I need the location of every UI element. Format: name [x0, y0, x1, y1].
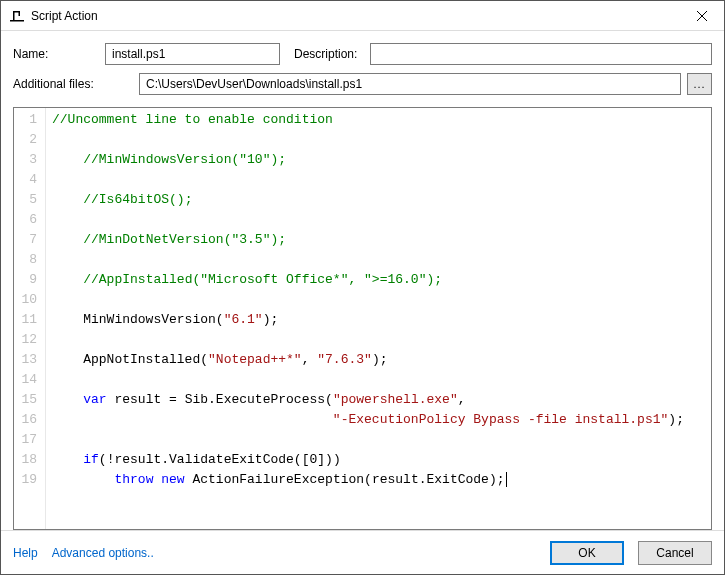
name-label: Name:	[13, 47, 99, 61]
description-input[interactable]	[370, 43, 712, 65]
svg-rect-3	[19, 11, 21, 16]
title-bar: Script Action	[1, 1, 724, 31]
window-title: Script Action	[31, 9, 98, 23]
advanced-options-link[interactable]: Advanced options..	[52, 546, 154, 560]
row-name-desc: Name: Description:	[13, 43, 712, 65]
name-input[interactable]	[105, 43, 280, 65]
code-editor[interactable]: 12345678910111213141516171819 //Uncommen…	[13, 107, 712, 530]
additional-files-label: Additional files:	[13, 77, 133, 91]
app-icon	[9, 8, 25, 24]
dialog-footer: Help Advanced options.. OK Cancel	[1, 530, 724, 574]
ok-button[interactable]: OK	[550, 541, 624, 565]
close-button[interactable]	[679, 1, 724, 31]
svg-rect-0	[10, 20, 24, 22]
ellipsis-icon: ...	[693, 78, 705, 90]
additional-files-input[interactable]	[139, 73, 681, 95]
help-link[interactable]: Help	[13, 546, 38, 560]
browse-button[interactable]: ...	[687, 73, 712, 95]
row-files: Additional files: ...	[13, 73, 712, 95]
close-icon	[697, 11, 707, 21]
line-number-gutter: 12345678910111213141516171819	[14, 108, 46, 529]
dialog-content: Name: Description: Additional files: ...…	[1, 31, 724, 530]
dialog-window: Script Action Name: Description: Additio…	[0, 0, 725, 575]
code-area[interactable]: //Uncomment line to enable condition //M…	[46, 108, 711, 529]
cancel-button[interactable]: Cancel	[638, 541, 712, 565]
description-label: Description:	[294, 47, 364, 61]
